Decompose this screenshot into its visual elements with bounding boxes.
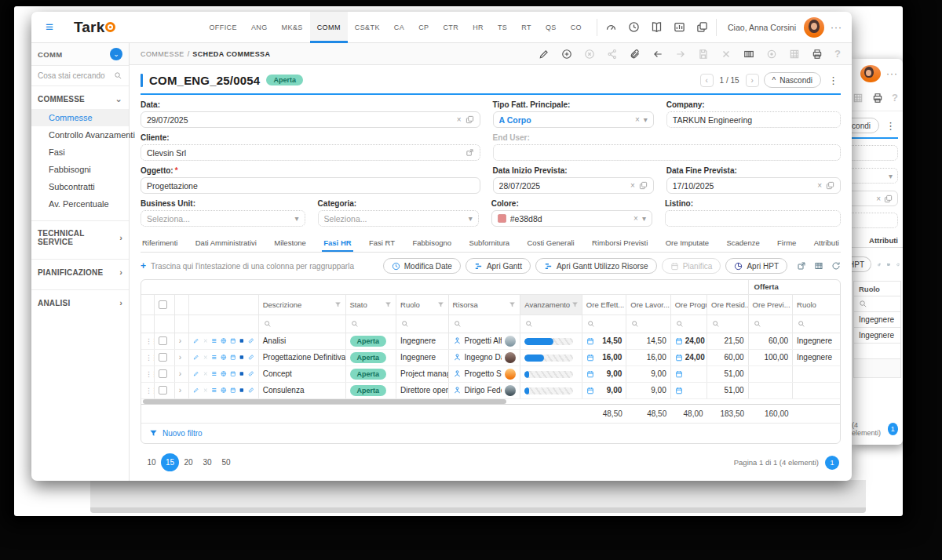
edit-icon[interactable] xyxy=(539,49,550,60)
bg-columns-icon[interactable] xyxy=(887,260,890,269)
block-icon[interactable] xyxy=(239,386,245,395)
chart-window-icon[interactable] xyxy=(674,21,685,33)
clear-icon[interactable]: × xyxy=(457,115,462,124)
clear-icon[interactable]: × xyxy=(635,115,640,124)
schedule-icon[interactable] xyxy=(230,353,236,362)
new-filter-link[interactable]: Nuovo filtro xyxy=(162,429,203,438)
search-ruolo[interactable] xyxy=(396,315,449,333)
edit-row-icon[interactable] xyxy=(193,386,199,395)
page-size-20[interactable]: 20 xyxy=(179,458,198,467)
bg-search-cell[interactable] xyxy=(853,296,901,312)
apri-gantt-risorse-button[interactable]: Apri Gantt Utilizzo Risorse xyxy=(535,258,657,274)
sidebar-group-analisi[interactable]: ANALISI › xyxy=(31,289,129,312)
col-ruolo[interactable]: Ruolo xyxy=(396,294,449,315)
bg-column-header[interactable]: Ruolo xyxy=(853,281,901,296)
bg-menu-icon[interactable]: ⋮ xyxy=(883,120,898,132)
nav-tab-cstk[interactable]: CS&TK xyxy=(348,12,387,43)
calendar-icon[interactable] xyxy=(675,370,683,378)
sidebar-group-technical-service[interactable]: TECHNICAL SERVICE › xyxy=(31,220,129,251)
clock-icon[interactable] xyxy=(628,21,640,33)
chevron-down-icon[interactable]: ▾ xyxy=(644,115,648,124)
chevron-down-icon[interactable]: ▾ xyxy=(469,214,473,223)
sidebar-item-controllo-avanzamenti[interactable]: Controllo Avanzamenti xyxy=(31,126,129,144)
page-size-30[interactable]: 30 xyxy=(198,458,217,467)
page-size-15[interactable]: 15 xyxy=(161,453,179,471)
row-checkbox[interactable] xyxy=(159,336,167,345)
bg-grid-icon[interactable] xyxy=(853,93,864,104)
colore-select[interactable]: #e38d8d × ▾ xyxy=(491,210,652,227)
drag-handle[interactable]: ⋮⋮ xyxy=(145,387,154,395)
calendar-icon[interactable] xyxy=(586,387,594,395)
sidebar-item-subcontratti[interactable]: Subcontratti xyxy=(31,178,129,195)
search-risorsa[interactable] xyxy=(448,315,520,333)
calendar-icon[interactable] xyxy=(586,370,594,378)
modifica-date-button[interactable]: Modifica Date xyxy=(383,258,461,274)
tab-attributi[interactable]: Attributi xyxy=(812,235,841,252)
sidebar-item-av-percentuale[interactable]: Av. Percentuale xyxy=(31,195,129,213)
search-ruolo-offerta[interactable] xyxy=(793,315,840,333)
page-1-button[interactable]: 1 xyxy=(825,456,839,470)
sidebar-item-commesse[interactable]: Commesse xyxy=(31,109,129,126)
cell-descrizione[interactable]: Analisi xyxy=(258,333,345,349)
bg-clear-icon[interactable]: × xyxy=(876,195,881,203)
delete-row-icon[interactable] xyxy=(203,353,209,362)
details-icon[interactable] xyxy=(211,353,217,362)
calendar-icon[interactable] xyxy=(675,387,683,395)
tab-scadenze[interactable]: Scadenze xyxy=(725,235,761,252)
next-record-button[interactable]: › xyxy=(746,74,759,87)
col-avanzamento[interactable]: Avanzamento xyxy=(520,294,582,315)
bg-page-1[interactable]: 1 xyxy=(888,423,898,435)
attachment-icon[interactable] xyxy=(630,49,641,60)
cell-descrizione[interactable]: Concept xyxy=(258,365,345,382)
back-icon[interactable] xyxy=(652,49,663,60)
book-icon[interactable] xyxy=(651,21,663,33)
tab-rimborsi-previsti[interactable]: Rimborsi Previsti xyxy=(590,235,649,252)
cell-descrizione[interactable]: Consulenza xyxy=(258,382,345,398)
nav-tab-rt[interactable]: RT xyxy=(514,12,539,43)
sidebar-group-pianificazione[interactable]: PIANIFICAZIONE › xyxy=(31,259,129,282)
search-descrizione[interactable] xyxy=(258,315,345,333)
link-icon[interactable] xyxy=(248,369,254,378)
listino-input[interactable] xyxy=(665,210,841,227)
barcode-icon[interactable] xyxy=(743,49,754,60)
export-icon[interactable] xyxy=(797,261,806,271)
breadcrumb-parent[interactable]: COMMESSE xyxy=(141,50,184,58)
apri-gantt-button[interactable]: Apri Gantt xyxy=(466,258,531,274)
tab-firme[interactable]: Firme xyxy=(776,235,798,252)
print-icon[interactable] xyxy=(812,49,823,60)
business-unit-select[interactable]: Seleziona... ▾ xyxy=(141,210,305,227)
help-icon[interactable]: ? xyxy=(834,48,841,60)
bg-field[interactable] xyxy=(852,145,898,161)
nav-tab-cp[interactable]: CP xyxy=(411,12,436,43)
web-icon[interactable] xyxy=(221,336,227,345)
col-descrizione[interactable]: Descrizione xyxy=(258,294,345,315)
row-checkbox[interactable] xyxy=(159,353,167,362)
chevron-down-icon[interactable]: ▾ xyxy=(642,214,646,223)
filter-funnel-icon[interactable] xyxy=(385,301,392,308)
delete-row-icon[interactable] xyxy=(203,369,209,378)
hamburger-menu-icon[interactable]: ≡ xyxy=(46,20,53,35)
search-stato[interactable] xyxy=(345,315,396,333)
link-icon[interactable] xyxy=(248,386,254,395)
share-icon[interactable] xyxy=(607,49,618,60)
link-icon[interactable] xyxy=(248,353,254,362)
apri-hpt-button[interactable]: Apri HPT xyxy=(725,258,787,274)
prev-record-button[interactable]: ‹ xyxy=(700,74,714,87)
cliente-input[interactable]: Clevsin Srl xyxy=(141,144,480,161)
user-avatar[interactable] xyxy=(804,17,824,38)
nav-tab-qs[interactable]: QS xyxy=(539,12,564,43)
details-icon[interactable] xyxy=(211,336,217,345)
drag-handle[interactable]: ⋮⋮ xyxy=(145,337,154,345)
bg-help-icon[interactable]: ? xyxy=(892,92,898,104)
edit-row-icon[interactable] xyxy=(193,353,199,362)
nav-tab-co[interactable]: CO xyxy=(564,12,589,43)
drag-handle[interactable]: ⋮⋮ xyxy=(145,354,154,362)
link-icon[interactable] xyxy=(248,336,254,345)
page-size-10[interactable]: 10 xyxy=(142,458,161,467)
web-icon[interactable] xyxy=(221,369,227,378)
nav-tab-ctr[interactable]: CTR xyxy=(436,12,466,43)
drag-handle[interactable]: ⋮⋮ xyxy=(145,370,154,378)
data-inizio-input[interactable]: 28/07/2025 × xyxy=(493,177,654,194)
data-input[interactable]: 29/07/2025 × xyxy=(141,111,480,128)
col-ore-effett[interactable]: Ore Effett... xyxy=(582,294,626,315)
